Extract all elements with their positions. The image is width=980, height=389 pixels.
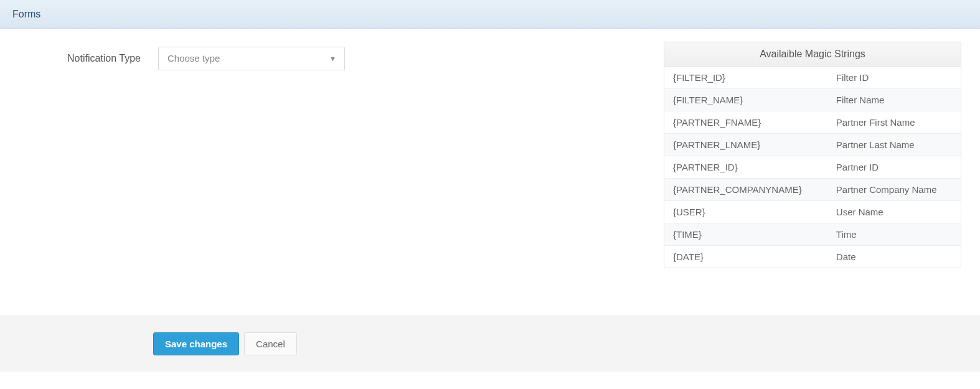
magic-token: {TIME}	[664, 223, 827, 245]
magic-desc: Time	[827, 223, 961, 245]
magic-desc: Partner ID	[827, 156, 961, 178]
magic-token: {PARTNER_LNAME}	[664, 134, 827, 156]
magic-desc: Date	[827, 246, 961, 268]
magic-token: {PARTNER_COMPANYNAME}	[664, 179, 827, 200]
magic-strings-body: {FILTER_ID}Filter ID{FILTER_NAME}Filter …	[664, 67, 961, 268]
magic-token: {FILTER_ID}	[664, 67, 827, 88]
page-title: Forms	[12, 9, 968, 20]
cancel-button[interactable]: Cancel	[244, 332, 297, 355]
notification-type-row: Notification Type Choose type ▼	[19, 47, 651, 70]
magic-row: {FILTER_ID}Filter ID	[664, 67, 961, 89]
magic-strings-column: Availaible Magic Strings {FILTER_ID}Filt…	[664, 42, 961, 291]
notification-type-label: Notification Type	[67, 53, 141, 64]
magic-token: {FILTER_NAME}	[664, 89, 827, 111]
magic-strings-panel: Availaible Magic Strings {FILTER_ID}Filt…	[664, 42, 961, 268]
magic-desc: Filter ID	[827, 67, 961, 88]
magic-strings-header: Availaible Magic Strings	[664, 42, 961, 67]
magic-row: {PARTNER_COMPANYNAME}Partner Company Nam…	[664, 179, 961, 201]
magic-desc: Partner First Name	[827, 111, 961, 133]
magic-desc: User Name	[827, 201, 961, 223]
notification-type-select[interactable]: Choose type	[158, 47, 345, 70]
magic-desc: Partner Last Name	[827, 134, 961, 156]
magic-row: {USER}User Name	[664, 201, 961, 223]
page-header: Forms	[0, 0, 980, 29]
magic-desc: Filter Name	[827, 89, 961, 111]
magic-row: {FILTER_NAME}Filter Name	[664, 89, 961, 111]
save-button[interactable]: Save changes	[153, 332, 239, 355]
magic-row: {PARTNER_ID}Partner ID	[664, 156, 961, 179]
main-content: Notification Type Choose type ▼ Availaib…	[0, 29, 980, 316]
notification-type-select-wrap: Choose type ▼	[158, 47, 345, 70]
magic-desc: Partner Company Name	[827, 179, 961, 200]
magic-token: {PARTNER_FNAME}	[664, 111, 827, 133]
magic-row: {TIME}Time	[664, 223, 961, 246]
form-column: Notification Type Choose type ▼	[19, 42, 651, 291]
magic-row: {PARTNER_LNAME}Partner Last Name	[664, 134, 961, 156]
magic-token: {USER}	[664, 201, 827, 223]
magic-token: {PARTNER_ID}	[664, 156, 827, 178]
footer-actions: Save changes Cancel	[0, 316, 980, 372]
magic-row: {DATE}Date	[664, 246, 961, 268]
magic-row: {PARTNER_FNAME}Partner First Name	[664, 111, 961, 134]
magic-token: {DATE}	[664, 246, 827, 268]
